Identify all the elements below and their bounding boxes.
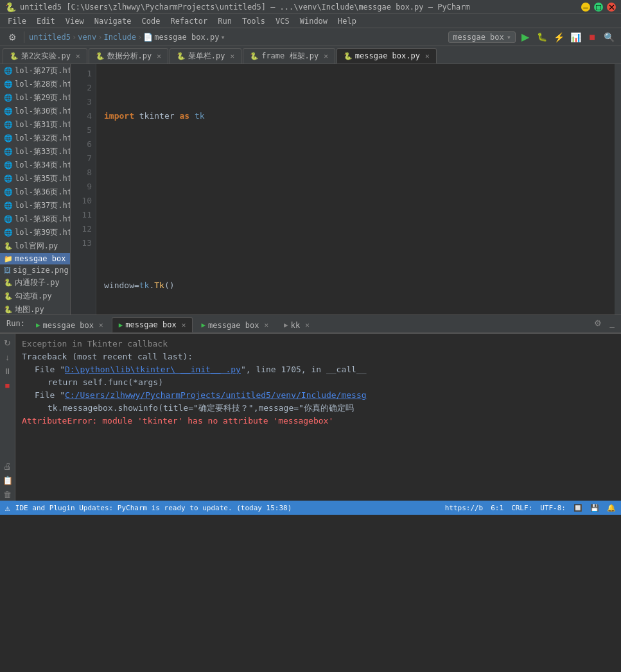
menu-help[interactable]: Help <box>333 15 362 27</box>
status-crlf[interactable]: CRLF: <box>511 504 532 512</box>
run-stop-button[interactable]: ■ <box>1 379 14 392</box>
run-panel-minimize-icon[interactable]: _ <box>606 316 618 329</box>
breadcrumb-part-include[interactable]: Include <box>103 33 136 42</box>
sidebar-item-lol35[interactable]: 🌐lol-第35页.htm <box>0 172 70 185</box>
run-config-selector[interactable]: messgae box ▾ <box>448 31 516 43</box>
search-everywhere-button[interactable]: 🔍 <box>602 30 616 44</box>
run-tab-messgae1[interactable]: ▶ messgae box ✕ <box>29 317 110 332</box>
run-tab-close-kk[interactable]: ✕ <box>305 321 310 329</box>
tab-icon-frame: 🐍 <box>250 52 259 60</box>
menu-vcs[interactable]: VCS <box>270 15 295 27</box>
breadcrumb-part-file[interactable]: 📄 messgae box.py <box>143 33 219 42</box>
run-clear-button[interactable]: 🗑 <box>1 488 14 501</box>
menu-code[interactable]: Code <box>137 15 166 27</box>
code-line-1: import tkinter as tk <box>104 109 621 123</box>
minimize-button[interactable]: – <box>581 3 590 12</box>
tab-close-experiment[interactable]: ✕ <box>76 52 80 60</box>
sidebar-item-lol30[interactable]: 🌐lol-第30页.htm <box>0 105 70 118</box>
tab-icon-data: 🐍 <box>96 52 105 60</box>
sidebar-item-lol28[interactable]: 🌐lol-第28页.htm <box>0 78 70 91</box>
status-line-col[interactable]: 6:1 <box>491 504 503 512</box>
menu-navigate[interactable]: Navigate <box>89 15 137 27</box>
tab-experiment[interactable]: 🐍 第2次实验.py ✕ <box>3 48 87 64</box>
tab-menubar[interactable]: 🐍 菜单栏.py ✕ <box>170 48 241 64</box>
code-line-3 <box>104 222 621 236</box>
sidebar-item-goux[interactable]: 🐍勾选项.py <box>0 289 70 303</box>
close-button[interactable]: ✕ <box>607 3 616 12</box>
sidebar-item-sig-size[interactable]: 🖼sig_size.png <box>0 264 70 276</box>
run-tab-messgae3[interactable]: ▶ messgae box ✕ <box>194 317 276 332</box>
file-icon-goux: 🐍 <box>4 292 13 300</box>
code-line-2 <box>104 166 621 180</box>
breadcrumb-part-project[interactable]: untitled5 <box>29 33 71 42</box>
sidebar-item-lol33[interactable]: 🌐lol-第33页.htm <box>0 145 70 159</box>
run-panel-settings: ⚙ _ <box>591 316 618 329</box>
file-icon-lol27: 🌐 <box>4 67 13 75</box>
toolbar-separator <box>24 31 24 43</box>
sidebar-item-lol29[interactable]: 🌐lol-第29页.htm <box>0 91 70 105</box>
status-update-text[interactable]: IDE and Plugin Updates: PyCharm is ready… <box>15 504 292 512</box>
sidebar-item-lol36[interactable]: 🌐lol-第36页.htm <box>0 185 70 199</box>
run-copy-button[interactable]: 📋 <box>1 474 14 487</box>
sidebar-item-lol27[interactable]: 🌐lol-第27页.htm <box>0 64 70 78</box>
editor-scrollbar[interactable] <box>615 64 621 314</box>
run-tab-close-1[interactable]: ✕ <box>99 321 103 329</box>
console-output: Exception in Tkinter callback Traceback … <box>15 334 621 501</box>
run-pause-button[interactable]: ⏸ <box>1 365 14 377</box>
sidebar-item-lol32[interactable]: 🌐lol-第32页.htm <box>0 132 70 145</box>
sidebar-item-lol39[interactable]: 🌐lol-第39页.htm <box>0 226 70 239</box>
code-editor[interactable]: 1 2 3 4 5 6 7 8 9 10 11 12 13 import tki… <box>71 64 621 314</box>
sidebar-item-lol31[interactable]: 🌐lol-第31页.htm <box>0 118 70 132</box>
run-tab-messgae2[interactable]: ▶ messgae box ✕ <box>112 317 193 332</box>
breadcrumb-part-venv[interactable]: venv <box>78 33 96 42</box>
sidebar-item-messgae-box[interactable]: 📁messgae box <box>0 253 70 264</box>
run-tab-kk[interactable]: ▶ kk ✕ <box>277 317 317 332</box>
run-panel-settings-icon[interactable]: ⚙ <box>591 316 604 329</box>
coverage-button[interactable]: ⚡ <box>552 30 566 44</box>
main-area: 🌐lol-第27页.htm 🌐lol-第28页.htm 🌐lol-第29页.ht… <box>0 64 621 314</box>
sidebar-item-lol-official[interactable]: 🐍lol官网.py <box>0 239 70 253</box>
menu-file[interactable]: File <box>3 15 31 27</box>
profile-button[interactable]: 📊 <box>568 30 582 44</box>
toolbar-settings-icon[interactable]: ⚙ <box>5 30 19 44</box>
status-right: https://b 6:1 CRLF: UTF-8: 🔲 💾 🔔 <box>445 504 616 512</box>
menu-run[interactable]: Run <box>213 15 237 27</box>
run-tabs-container: Run: ▶ messgae box ✕ ▶ messgae box ✕ ▶ m… <box>0 315 621 334</box>
menu-window[interactable]: Window <box>295 15 333 27</box>
run-tab-close-2[interactable]: ✕ <box>182 321 186 329</box>
sidebar-item-ditu[interactable]: 🐍地图.py <box>0 303 70 314</box>
sidebar-item-lol37[interactable]: 🌐lol-第37页.htm <box>0 199 70 212</box>
status-encoding[interactable]: UTF-8: <box>540 504 566 512</box>
tab-close-data[interactable]: ✕ <box>157 52 161 60</box>
sidebar-item-tongduan[interactable]: 🐍内通段子.py <box>0 276 70 289</box>
run-tab-icon-3: ▶ <box>201 321 206 329</box>
console-link-tkinter[interactable]: D:\python\lib\tkinter\ __init__ .py <box>65 365 241 374</box>
run-scroll-end-button[interactable]: ↓ <box>1 350 14 363</box>
console-line-return: return self.func(*args) <box>22 376 615 389</box>
run-tab-label-3: messgae box <box>208 321 259 330</box>
breadcrumb-dropdown-icon[interactable]: ▾ <box>220 33 225 42</box>
tab-frame[interactable]: 🐍 frame 框架.py ✕ <box>243 48 335 64</box>
tab-close-messgae[interactable]: ✕ <box>425 52 430 60</box>
console-link-project[interactable]: C:/Users/zlhwwy/PycharmProjects/untitled… <box>65 390 367 400</box>
sidebar-item-lol38[interactable]: 🌐lol-第38页.htm <box>0 212 70 226</box>
tab-messgae-box[interactable]: 🐍 messgae box.py ✕ <box>337 48 437 64</box>
tab-data-analysis[interactable]: 🐍 数据分析.py ✕ <box>89 48 168 64</box>
menu-tools[interactable]: Tools <box>237 15 270 27</box>
menu-view[interactable]: View <box>60 15 89 27</box>
run-button[interactable]: ▶ <box>518 30 532 44</box>
stop-button[interactable]: ■ <box>585 30 599 44</box>
run-tab-close-3[interactable]: ✕ <box>264 321 268 329</box>
menu-refactor[interactable]: Refactor <box>165 15 213 27</box>
maximize-button[interactable]: □ <box>594 3 603 12</box>
debug-button[interactable]: 🐛 <box>535 30 549 44</box>
run-rerun-button[interactable]: ↻ <box>1 336 14 349</box>
tab-close-frame[interactable]: ✕ <box>324 52 328 60</box>
sidebar-item-lol34[interactable]: 🌐lol-第34页.htm <box>0 159 70 172</box>
run-config-area: messgae box ▾ ▶ 🐛 ⚡ 📊 ■ 🔍 <box>448 30 616 44</box>
run-tabs: Run: ▶ messgae box ✕ ▶ messgae box ✕ ▶ m… <box>0 315 621 333</box>
code-content[interactable]: import tkinter as tk window=tk.Tk() wind… <box>96 64 621 314</box>
run-print-button[interactable]: 🖨 <box>1 460 14 472</box>
menu-edit[interactable]: Edit <box>31 15 60 27</box>
tab-close-menubar[interactable]: ✕ <box>231 52 235 60</box>
